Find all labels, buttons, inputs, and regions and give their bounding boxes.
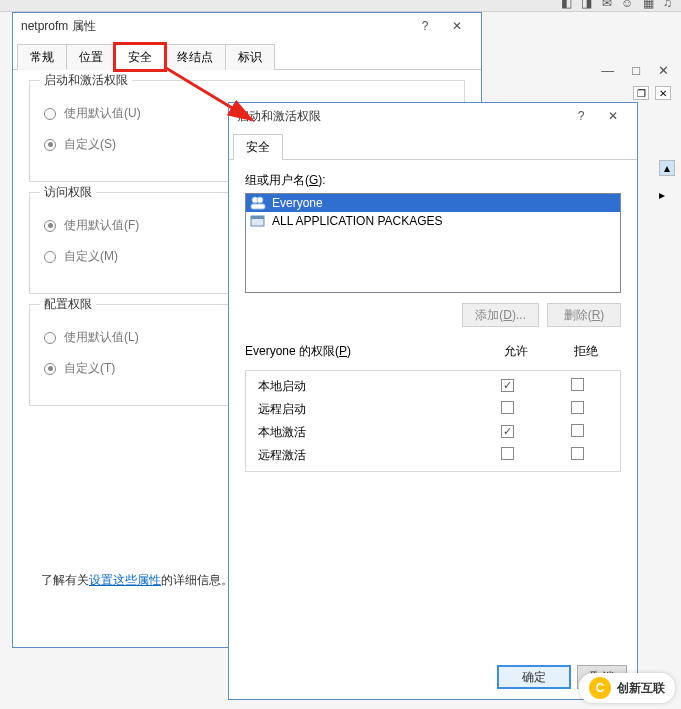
group-title: 配置权限 [40, 296, 96, 313]
perm-row-local-activate: 本地激活 [254, 421, 612, 444]
col-allow: 允许 [481, 343, 551, 360]
tab-strip: 常规 位置 安全 终结点 标识 [13, 43, 481, 70]
minimize-icon[interactable]: — [601, 63, 614, 78]
tab-strip: 安全 [229, 133, 637, 160]
ok-button[interactable]: 确定 [497, 665, 571, 689]
expand-arrow-icon: ▸ [659, 188, 677, 202]
close-small-icon[interactable]: ✕ [655, 86, 671, 100]
list-item-label: Everyone [272, 196, 323, 210]
list-item-label: ALL APPLICATION PACKAGES [272, 214, 443, 228]
perm-row-remote-launch: 远程启动 [254, 398, 612, 421]
remove-button: 删除(R) [547, 303, 621, 327]
learn-more-link[interactable]: 设置这些属性 [89, 573, 161, 587]
dialog-title: netprofm 属性 [21, 18, 409, 35]
deny-local-launch-checkbox[interactable] [571, 378, 584, 391]
permissions-table: 本地启动 远程启动 本地激活 远程激活 [245, 370, 621, 472]
learn-more-line: 了解有关设置这些属性的详细信息。 [41, 572, 233, 589]
tab-security[interactable]: 安全 [233, 134, 283, 160]
brand-watermark: C 创新互联 [579, 673, 675, 703]
scrollbar-hint: ▴ ▸ [659, 160, 677, 202]
deny-remote-activate-checkbox[interactable] [571, 447, 584, 460]
dialog-title: 启动和激活权限 [237, 108, 565, 125]
help-button[interactable]: ? [565, 106, 597, 126]
deny-local-activate-checkbox[interactable] [571, 424, 584, 437]
brand-label: 创新互联 [617, 680, 665, 697]
col-deny: 拒绝 [551, 343, 621, 360]
group-icon [250, 196, 266, 210]
scroll-up-icon[interactable]: ▴ [659, 160, 675, 176]
close-button[interactable]: ✕ [441, 16, 473, 36]
svg-rect-5 [251, 216, 264, 219]
package-icon [250, 214, 266, 228]
permissions-header: Everyone 的权限(P) 允许 拒绝 [245, 341, 621, 364]
perm-row-local-launch: 本地启动 [254, 375, 612, 398]
allow-remote-activate-checkbox[interactable] [501, 447, 514, 460]
close-icon[interactable]: ✕ [658, 63, 669, 78]
list-item-all-packages[interactable]: ALL APPLICATION PACKAGES [246, 212, 620, 230]
tab-endpoints[interactable]: 终结点 [164, 44, 226, 70]
perm-row-remote-activate: 远程激活 [254, 444, 612, 467]
users-listbox[interactable]: Everyone ALL APPLICATION PACKAGES [245, 193, 621, 293]
app-toolbar-icons: ◧ ◨ ✉ ☺ ▦ ♫ [561, 0, 675, 10]
maximize-icon[interactable]: □ [632, 63, 640, 78]
tab-identity[interactable]: 标识 [225, 44, 275, 70]
list-item-everyone[interactable]: Everyone [246, 194, 620, 212]
launch-activation-dialog: 启动和激活权限 ? ✕ 安全 组或用户名(G): Everyone ALL AP… [228, 102, 638, 700]
svg-point-2 [257, 197, 263, 203]
tab-security[interactable]: 安全 [115, 44, 165, 70]
help-button[interactable]: ? [409, 16, 441, 36]
background-window-controls: — □ ✕ ❐ ✕ [555, 58, 675, 104]
deny-remote-launch-checkbox[interactable] [571, 401, 584, 414]
add-button: 添加(D)... [462, 303, 539, 327]
groups-users-label: 组或用户名(G): [245, 172, 621, 189]
brand-icon: C [589, 677, 611, 699]
close-button[interactable]: ✕ [597, 106, 629, 126]
allow-local-launch-checkbox[interactable] [501, 379, 514, 392]
group-title: 启动和激活权限 [40, 72, 132, 89]
tab-general[interactable]: 常规 [17, 44, 67, 70]
tab-location[interactable]: 位置 [66, 44, 116, 70]
group-title: 访问权限 [40, 184, 96, 201]
svg-rect-3 [251, 204, 265, 209]
allow-remote-launch-checkbox[interactable] [501, 401, 514, 414]
restore-down-icon[interactable]: ❐ [633, 86, 649, 100]
allow-local-activate-checkbox[interactable] [501, 425, 514, 438]
